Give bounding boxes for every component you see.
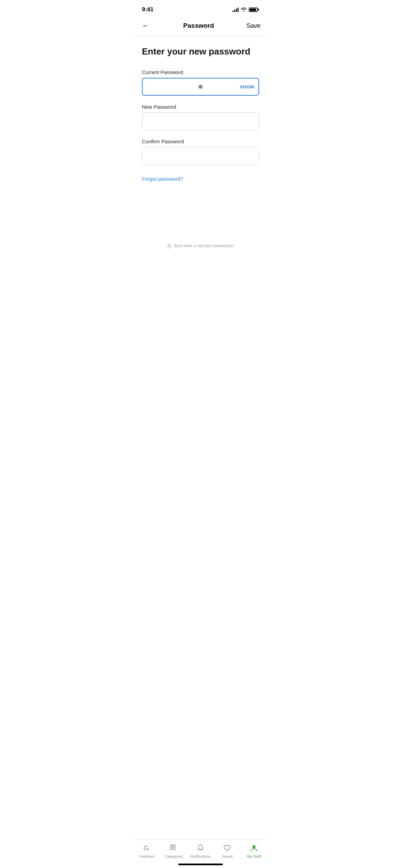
secure-note-text: Sent over a secure connection — [173, 243, 234, 248]
new-password-wrapper — [142, 112, 259, 130]
confirm-password-input[interactable] — [142, 147, 259, 165]
current-password-group: Current Password SHOW — [142, 69, 259, 96]
current-password-label: Current Password — [142, 69, 259, 75]
nav-bar: ← Password Save — [134, 17, 267, 36]
password-dot — [198, 85, 203, 89]
back-button[interactable]: ← — [141, 20, 151, 32]
svg-rect-0 — [168, 245, 171, 248]
current-password-wrapper: SHOW — [142, 78, 259, 96]
show-password-button[interactable]: SHOW — [240, 84, 254, 89]
confirm-password-wrapper — [142, 147, 259, 165]
confirm-password-label: Confirm Password — [142, 138, 259, 144]
confirm-password-group: Confirm Password — [142, 138, 259, 165]
new-password-input[interactable] — [142, 112, 259, 130]
wifi-icon — [241, 7, 247, 12]
signal-icon — [232, 7, 239, 12]
status-time: 9:41 — [142, 6, 154, 13]
main-content: Enter your new password Current Password… — [134, 36, 267, 189]
secure-note: Sent over a secure connection — [134, 236, 267, 255]
new-password-group: New Password — [142, 104, 259, 130]
battery-icon — [249, 8, 259, 12]
lock-icon — [167, 243, 171, 248]
page-title: Password — [183, 22, 214, 29]
status-bar: 9:41 — [134, 0, 267, 17]
new-password-label: New Password — [142, 104, 259, 110]
status-icons — [232, 7, 259, 12]
forgot-password-link[interactable]: Forgot password? — [142, 176, 183, 182]
page-heading: Enter your new password — [142, 46, 259, 57]
save-button[interactable]: Save — [246, 22, 260, 29]
